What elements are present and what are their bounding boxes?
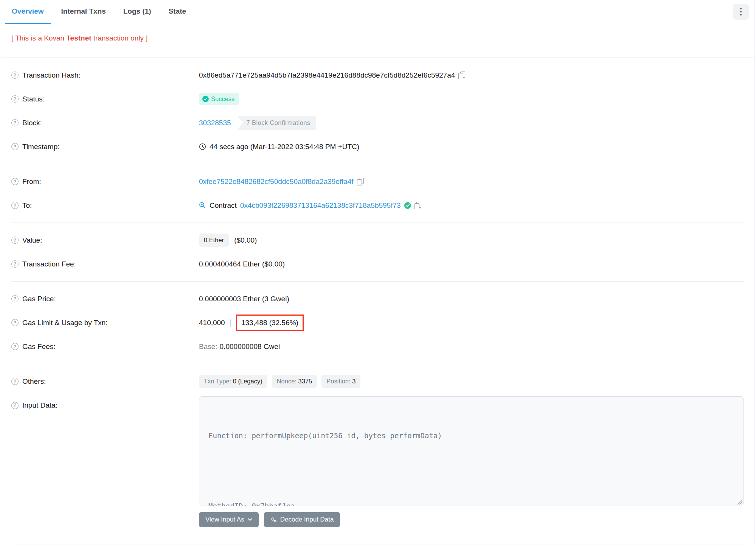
magnifier-icon[interactable] bbox=[199, 202, 206, 209]
block-confirmations-badge: 7 Block Confirmations bbox=[238, 116, 317, 130]
help-icon[interactable]: ? bbox=[11, 237, 19, 244]
tab-internal-txns[interactable]: Internal Txns bbox=[54, 0, 113, 24]
gas-limit-usage-label: Gas Limit & Usage by Txn: bbox=[22, 319, 108, 327]
gas-fees-base-label: Base: bbox=[199, 343, 217, 351]
row-status: ? Status: Success bbox=[11, 87, 744, 111]
help-icon[interactable]: ? bbox=[11, 378, 19, 385]
from-label: From: bbox=[22, 178, 41, 186]
timestamp-label: Timestamp: bbox=[22, 143, 60, 151]
gas-price-label: Gas Price: bbox=[22, 295, 56, 303]
row-timestamp: ? Timestamp: 44 secs ago (Mar-11-2022 03… bbox=[11, 135, 744, 159]
section-others-input: ? Others: Txn Type: 0 (Legacy) Nonce: 33… bbox=[11, 364, 744, 545]
nonce-badge: Nonce: 3375 bbox=[272, 375, 317, 388]
position-value: 3 bbox=[352, 378, 355, 385]
row-value: ? Value: 0 Ether ($0.00) bbox=[11, 228, 744, 252]
others-label: Others: bbox=[22, 377, 46, 386]
help-icon[interactable]: ? bbox=[11, 72, 19, 79]
testnet-notice: [ This is a Kovan Testnet transaction on… bbox=[1, 24, 754, 58]
transaction-fee-label: Transaction Fee: bbox=[22, 260, 76, 268]
notice-text-suffix: transaction only ] bbox=[92, 34, 148, 42]
view-input-as-button[interactable]: View Input As bbox=[199, 512, 259, 527]
txn-type-badge: Txn Type: 0 (Legacy) bbox=[199, 375, 267, 388]
input-data-actions: View Input As Decode Input Data bbox=[199, 512, 744, 527]
row-to: ? To: Contract 0x4cb093f226983713164a621… bbox=[11, 193, 744, 217]
gas-fees-label: Gas Fees: bbox=[22, 343, 56, 351]
status-badge: Success bbox=[199, 93, 239, 105]
help-icon[interactable]: ? bbox=[11, 295, 19, 302]
textarea-resize-handle[interactable] bbox=[737, 500, 742, 505]
gas-usage-highlight-box: 133,488 (32.56%) bbox=[236, 315, 304, 331]
notice-text-prefix: [ This is a Kovan bbox=[11, 34, 66, 42]
value-label: Value: bbox=[22, 236, 42, 244]
transaction-hash-value: 0x86ed5a771e725aa94d5b7fa2398e4419e216d8… bbox=[199, 71, 455, 79]
to-address-link[interactable]: 0x4cb093f226983713164a62138c3f718a5b595f… bbox=[240, 201, 401, 210]
tab-overview[interactable]: Overview bbox=[5, 0, 51, 24]
from-address-link[interactable]: 0xfee7522e8482682cf50ddc50a0f8da2a39effa… bbox=[199, 178, 354, 186]
transaction-hash-label: Transaction Hash: bbox=[22, 71, 80, 79]
tab-logs[interactable]: Logs (1) bbox=[116, 0, 158, 24]
help-icon[interactable]: ? bbox=[11, 402, 19, 409]
section-overview-top: ? Transaction Hash: 0x86ed5a771e725aa94d… bbox=[11, 58, 744, 164]
tab-state[interactable]: State bbox=[162, 0, 193, 24]
position-name: Position: bbox=[326, 378, 352, 385]
help-icon[interactable]: ? bbox=[11, 343, 19, 350]
status-badge-text: Success bbox=[211, 95, 234, 103]
row-gas-fees: ? Gas Fees: Base: 0.000000008 Gwei bbox=[11, 335, 744, 358]
input-methodid-line: MethodID: 0x7bbaf1ea bbox=[208, 500, 734, 506]
nonce-name: Nonce: bbox=[277, 378, 298, 385]
row-others: ? Others: Txn Type: 0 (Legacy) Nonce: 33… bbox=[11, 369, 744, 393]
view-input-as-label: View Input As bbox=[205, 516, 244, 523]
notice-text-bold: Testnet bbox=[66, 34, 91, 42]
check-circle-icon bbox=[202, 96, 209, 102]
decode-input-data-button[interactable]: Decode Input Data bbox=[264, 512, 340, 527]
help-icon[interactable]: ? bbox=[11, 143, 19, 150]
decode-gears-icon bbox=[270, 517, 277, 523]
to-label: To: bbox=[22, 201, 32, 210]
input-data-textarea[interactable]: Function: performUpkeep(uint256 id, byte… bbox=[199, 396, 744, 506]
row-transaction-hash: ? Transaction Hash: 0x86ed5a771e725aa94d… bbox=[11, 63, 744, 87]
gas-limit-value: 410,000 bbox=[199, 319, 225, 327]
value-usd: ($0.00) bbox=[234, 236, 257, 244]
more-options-button[interactable] bbox=[733, 4, 749, 20]
copy-icon[interactable] bbox=[357, 178, 364, 185]
kebab-menu-icon bbox=[740, 8, 742, 16]
copy-icon[interactable] bbox=[458, 72, 465, 79]
row-input-data: ? Input Data: Function: performUpkeep(ui… bbox=[11, 396, 744, 506]
decode-input-data-label: Decode Input Data bbox=[280, 516, 334, 523]
txn-type-name: Txn Type: bbox=[204, 378, 233, 385]
row-gas-price: ? Gas Price: 0.000000003 Ether (3 Gwei) bbox=[11, 287, 744, 311]
help-icon[interactable]: ? bbox=[11, 319, 19, 326]
timestamp-value: 44 secs ago (Mar-11-2022 03:54:48 PM +UT… bbox=[210, 143, 359, 151]
transaction-detail-card: Overview Internal Txns Logs (1) State [ … bbox=[1, 0, 754, 545]
status-label: Status: bbox=[22, 95, 45, 103]
help-icon[interactable]: ? bbox=[11, 119, 19, 126]
input-data-label: Input Data: bbox=[22, 401, 57, 410]
gas-usage-value: 133,488 (32.56%) bbox=[241, 319, 298, 327]
row-from: ? From: 0xfee7522e8482682cf50ddc50a0f8da… bbox=[11, 170, 744, 193]
help-icon[interactable]: ? bbox=[11, 202, 19, 209]
chevron-down-icon bbox=[248, 518, 252, 521]
block-number-link[interactable]: 30328535 bbox=[199, 119, 231, 127]
value-separator: | bbox=[230, 318, 231, 327]
nonce-value: 3375 bbox=[298, 378, 312, 385]
row-gas-limit-usage: ? Gas Limit & Usage by Txn: 410,000 | 13… bbox=[11, 311, 744, 335]
input-function-line: Function: performUpkeep(uint256 id, byte… bbox=[208, 430, 734, 442]
block-label: Block: bbox=[22, 119, 42, 127]
transaction-fee-value: 0.000400464 Ether ($0.00) bbox=[199, 260, 285, 268]
clock-icon bbox=[199, 143, 206, 150]
txn-type-value: 0 (Legacy) bbox=[233, 378, 262, 385]
help-icon[interactable]: ? bbox=[11, 95, 19, 103]
gas-fees-base-value: 0.000000008 Gwei bbox=[220, 343, 280, 351]
copy-icon[interactable] bbox=[414, 202, 421, 209]
section-value-fee: ? Value: 0 Ether ($0.00) ? Transaction F… bbox=[11, 223, 744, 282]
section-addresses: ? From: 0xfee7522e8482682cf50ddc50a0f8da… bbox=[11, 164, 744, 223]
gas-price-value: 0.000000003 Ether (3 Gwei) bbox=[199, 295, 289, 303]
verified-check-icon bbox=[404, 202, 411, 209]
help-icon[interactable]: ? bbox=[11, 260, 19, 268]
value-ether-badge: 0 Ether bbox=[199, 234, 229, 247]
tab-bar: Overview Internal Txns Logs (1) State bbox=[1, 0, 754, 24]
to-contract-prefix: Contract bbox=[210, 201, 237, 210]
section-gas: ? Gas Price: 0.000000003 Ether (3 Gwei) … bbox=[11, 282, 744, 364]
row-transaction-fee: ? Transaction Fee: 0.000400464 Ether ($0… bbox=[11, 252, 744, 276]
help-icon[interactable]: ? bbox=[11, 178, 19, 185]
